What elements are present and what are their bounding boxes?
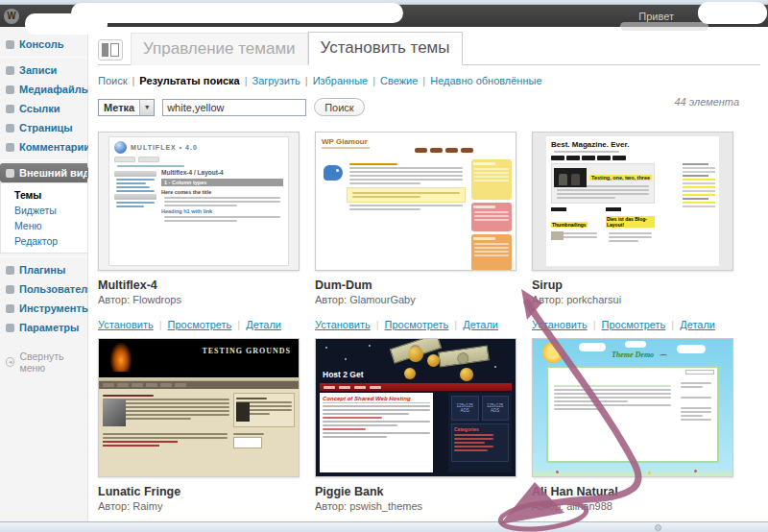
subnav-upload[interactable]: Загрузить	[252, 75, 300, 86]
preview-link[interactable]: Просмотреть	[385, 319, 449, 330]
theme-actions: Установить|Просмотреть|Детали	[532, 319, 733, 330]
theme-name: Multiflex-4	[98, 278, 300, 292]
theme-thumbnail: Host 2 Get Concept of Shared Web Hosting…	[315, 338, 516, 477]
theme-thumbnail: Best. Magazine. Ever. Testing, one, two,…	[532, 132, 733, 271]
preview-link[interactable]: Просмотреть	[168, 319, 232, 330]
scrollbar-nub[interactable]	[655, 524, 661, 531]
theme-thumbnail: Theme Demo	[532, 338, 733, 477]
plugins-icon	[6, 266, 14, 275]
sidebar-item-settings[interactable]: Параметры	[0, 318, 87, 337]
sidebar-item-links[interactable]: Ссылки	[0, 99, 87, 118]
install-subnav: Поиск| Результаты поиска| Загрузить| Изб…	[98, 75, 760, 86]
search-type-select[interactable]: Метка ▼	[98, 99, 155, 116]
theme-card: Theme Demo	[532, 338, 733, 532]
collapse-menu-button[interactable]: ◂Свернуть меню	[0, 351, 87, 374]
sidebar-item-media[interactable]: Медиафайлы	[0, 80, 87, 99]
theme-search-box	[685, 370, 714, 375]
theme-card: Best. Magazine. Ever. Testing, one, two,…	[532, 132, 733, 338]
themes-screen-icon	[98, 39, 123, 60]
users-icon	[6, 285, 14, 294]
theme-thumbnail: Testing Grounds	[98, 338, 300, 477]
feature-photo	[554, 168, 587, 187]
theme-thumbnail: MULTIFLEX • 4.0 Multiflex-4 / Layout-4 1…	[98, 132, 300, 271]
ad-box: 125x125 ADS	[451, 396, 479, 421]
theme-actions: Установить|Просмотреть|Детали	[98, 319, 300, 330]
subnav-featured[interactable]: Избранные	[313, 75, 369, 86]
fish-logo-icon	[324, 165, 343, 181]
install-link[interactable]: Установить	[98, 319, 154, 330]
horizontal-scrollbar[interactable]	[0, 521, 768, 532]
sidebar-item-posts[interactable]: Записи	[0, 60, 87, 80]
redaction-blob	[71, 3, 403, 23]
dollar-bill	[438, 345, 490, 367]
tab-manage-themes[interactable]: Управление темами	[131, 33, 308, 65]
settings-icon	[6, 324, 14, 332]
gold-coin	[460, 368, 473, 381]
theme-card: MULTIFLEX • 4.0 Multiflex-4 / Layout-4 1…	[98, 132, 300, 338]
install-link[interactable]: Установить	[532, 319, 588, 330]
sidebar: Консоль Записи Медиафайлы Ссылки Страниц…	[0, 27, 88, 521]
gold-coin	[408, 347, 423, 362]
theme-author: Raimy	[132, 500, 162, 512]
submenu-item-menus[interactable]: Меню	[14, 218, 87, 233]
search-row: Метка ▼ Поиск	[98, 98, 760, 116]
theme-card: WP Glamour Dum-	[315, 132, 516, 338]
sidebar-item-tools[interactable]: Инструменты	[0, 299, 87, 318]
theme-name: Piggie Bank	[315, 485, 516, 498]
theme-author: pswish_themes	[349, 500, 422, 512]
submenu-item-editor[interactable]: Редактор	[14, 233, 87, 249]
sidebar-item-users[interactable]: Пользователи	[0, 279, 87, 299]
redaction-blob	[620, 22, 708, 31]
details-link[interactable]: Детали	[246, 319, 281, 330]
preview-link[interactable]: Просмотреть	[602, 319, 666, 330]
theme-card: Testing Grounds	[98, 338, 300, 532]
theme-grid: MULTIFLEX • 4.0 Multiflex-4 / Layout-4 1…	[98, 132, 733, 532]
theme-author: alihan988	[566, 500, 612, 512]
links-icon	[6, 105, 14, 113]
media-icon	[6, 85, 14, 94]
tab-install-themes[interactable]: Установить темы	[308, 32, 463, 65]
wordpress-logo-icon[interactable]: W	[4, 9, 19, 24]
details-link[interactable]: Детали	[680, 319, 715, 330]
mini-calendar	[233, 437, 262, 448]
chevron-down-icon: ▼	[139, 100, 154, 115]
grass-decoration	[533, 469, 732, 476]
theme-author: Flowdrops	[132, 294, 181, 305]
theme-thumbnail: WP Glamour	[315, 132, 516, 271]
subnav-search-results: Результаты поиска	[139, 75, 239, 86]
theme-name: Ali Han Natural	[532, 485, 733, 498]
details-link[interactable]: Детали	[463, 319, 498, 330]
sidebar-item-appearance[interactable]: Внешний вид	[0, 163, 87, 182]
subnav-newest[interactable]: Свежие	[380, 75, 418, 86]
results-count: 44 элемента	[674, 96, 739, 108]
subnav-search[interactable]: Поиск	[98, 75, 127, 86]
sidebar-item-pages[interactable]: Страницы	[0, 118, 87, 137]
comments-icon	[6, 143, 14, 152]
tools-icon	[6, 304, 14, 313]
post-photo	[103, 399, 126, 426]
sidebar-item-plugins[interactable]: Плагины	[0, 260, 87, 279]
appearance-submenu: Темы Виджеты Меню Редактор	[0, 182, 87, 254]
theme-author: GlamourGaby	[349, 294, 415, 305]
ad-box: 125x125 ADS	[482, 396, 510, 421]
search-button[interactable]: Поиск	[314, 98, 364, 116]
appearance-icon	[6, 169, 14, 178]
search-input[interactable]	[162, 99, 306, 116]
dashboard-icon	[6, 40, 14, 49]
pages-icon	[6, 124, 14, 133]
submenu-item-widgets[interactable]: Виджеты	[14, 203, 87, 218]
install-link[interactable]: Установить	[315, 319, 371, 330]
multiflex-logo-icon	[114, 141, 127, 154]
submenu-item-themes[interactable]: Темы	[14, 187, 87, 203]
theme-name: Sirup	[532, 278, 733, 292]
collapse-arrow-icon: ◂	[6, 357, 14, 367]
gold-coin	[404, 368, 416, 379]
greeting-text[interactable]: Привет	[638, 11, 674, 22]
sidebar-item-dashboard[interactable]: Консоль	[0, 35, 87, 54]
theme-card: Host 2 Get Concept of Shared Web Hosting…	[315, 338, 516, 532]
sidebar-item-comments[interactable]: Комментарии	[0, 137, 87, 157]
posts-icon	[6, 66, 14, 75]
gold-coin	[427, 354, 440, 367]
subnav-recently-updated[interactable]: Недавно обновлённые	[430, 75, 541, 86]
theme-author: porkcharsui	[566, 294, 621, 305]
